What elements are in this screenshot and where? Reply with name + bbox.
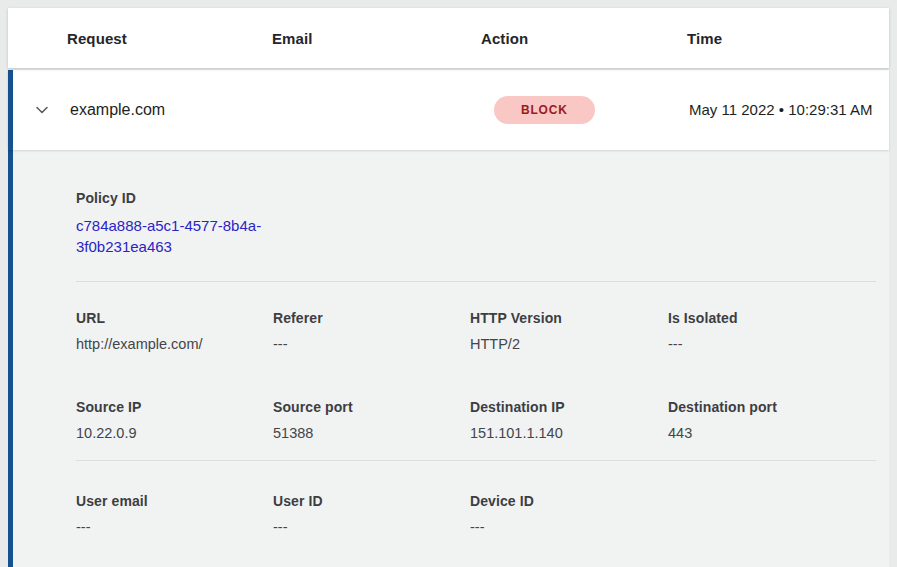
field-value: --- [273,519,470,535]
divider [76,460,876,461]
divider [76,281,876,282]
block-status-badge: BLOCK [494,96,595,124]
field-url: URL http://example.com/ [76,310,273,352]
field-value: --- [76,519,273,535]
policy-id-section: Policy ID c784a888-a5c1-4577-8b4a-3f0b23… [76,190,876,257]
row-request-value: example.com [70,101,486,119]
field-user-id: User ID --- [273,493,470,535]
field-value: HTTP/2 [470,336,668,352]
gateway-log-viewer: Request Email Action Time example.com BL… [0,0,897,567]
field-is-isolated: Is Isolated --- [668,310,876,352]
field-value: --- [470,519,668,535]
column-header-action: Action [481,30,687,47]
field-label: Device ID [470,493,668,509]
field-label: URL [76,310,273,326]
field-label: Referer [273,310,470,326]
row-time-value: May 11 2022 • 10:29:31 AM [689,98,885,122]
row-expander-cell [13,98,70,122]
field-value: 151.101.1.140 [470,425,668,441]
field-value: 51388 [273,425,470,441]
field-value: --- [668,336,876,352]
detail-row-url: URL http://example.com/ Referer --- HTTP… [76,310,876,352]
field-empty [668,493,876,535]
field-label: Destination port [668,399,876,415]
detail-row-network: Source IP 10.22.0.9 Source port 51388 De… [76,399,876,441]
field-source-port: Source port 51388 [273,399,470,441]
column-header-request: Request [67,30,272,47]
field-label: User email [76,493,273,509]
field-http-version: HTTP Version HTTP/2 [470,310,668,352]
field-referer: Referer --- [273,310,470,352]
field-value: 443 [668,425,876,441]
row-action-cell: BLOCK [486,96,689,124]
column-header-time: Time [687,30,889,47]
field-user-email: User email --- [76,493,273,535]
detail-row-user: User email --- User ID --- Device ID --- [76,493,876,535]
field-source-ip: Source IP 10.22.0.9 [76,399,273,441]
field-label: Source port [273,399,470,415]
log-table-header: Request Email Action Time [8,8,889,68]
field-value: http://example.com/ [76,336,273,352]
policy-id-link[interactable]: c784a888-a5c1-4577-8b4a-3f0b231ea463 [76,215,288,257]
field-label: User ID [273,493,470,509]
field-value: 10.22.0.9 [76,425,273,441]
field-label: Destination IP [470,399,668,415]
field-device-id: Device ID --- [470,493,668,535]
log-row-example-com[interactable]: example.com BLOCK May 11 2022 • 10:29:31… [8,70,889,150]
field-label: HTTP Version [470,310,668,326]
field-destination-ip: Destination IP 151.101.1.140 [470,399,668,441]
field-value: --- [273,336,470,352]
policy-id-label: Policy ID [76,190,876,206]
log-details-panel: Policy ID c784a888-a5c1-4577-8b4a-3f0b23… [8,150,889,567]
field-label: Is Isolated [668,310,876,326]
column-header-email: Email [272,30,481,47]
field-label: Source IP [76,399,273,415]
chevron-down-icon[interactable] [30,98,54,122]
field-destination-port: Destination port 443 [668,399,876,441]
